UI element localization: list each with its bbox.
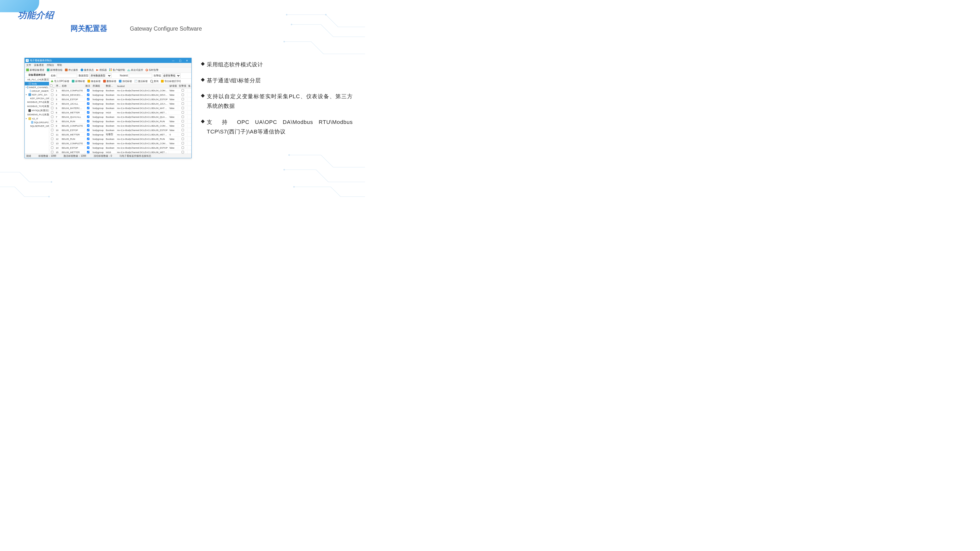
row-alarm-checkbox[interactable]	[181, 138, 184, 140]
col-default[interactable]: 缺省值	[169, 84, 178, 88]
row-select-checkbox[interactable]	[51, 146, 53, 149]
table-row[interactable]: 3 BDL04_ESTOP bodygroup Boolean ns=2;s=B…	[49, 97, 191, 102]
row-active-checkbox[interactable]	[87, 94, 89, 96]
row-alarm-checkbox[interactable]	[181, 89, 184, 92]
row-active-checkbox[interactable]	[87, 111, 89, 114]
row-alarm-checkbox[interactable]	[181, 94, 184, 96]
row-select-checkbox[interactable]	[51, 120, 53, 122]
filter-type-select[interactable]: 所有数据类型	[89, 73, 111, 78]
table-row[interactable]: 9 BDL05_COMPLETE bodygroup Boolean ns=2;…	[49, 124, 191, 128]
tb-import-opc[interactable]: 导入OPC标签	[51, 79, 69, 83]
col-active[interactable]: 激活	[84, 84, 92, 88]
row-select-checkbox[interactable]	[51, 116, 53, 118]
row-alarm-checkbox[interactable]	[181, 116, 184, 118]
tb-simulator[interactable]: 模拟器	[96, 68, 107, 72]
row-active-checkbox[interactable]	[87, 116, 89, 118]
tree-item[interactable]: AB_PLC_CH[未激活]	[25, 78, 49, 82]
row-select-checkbox[interactable]	[51, 124, 53, 127]
row-active-checkbox[interactable]	[87, 151, 89, 153]
col-datatype[interactable]: 数据类型	[105, 84, 116, 88]
row-active-checkbox[interactable]	[87, 98, 89, 100]
tree-item[interactable]: KEP_OPC_DA	[25, 93, 49, 97]
tree-item[interactable]: MYSQL[未激活]	[25, 108, 49, 113]
col-name[interactable]: 名称	[61, 84, 84, 88]
select-all-checkbox[interactable]	[50, 84, 52, 87]
tb-add-device-channel[interactable]: 新增设备通道	[26, 68, 45, 72]
tree-item[interactable]: body	[25, 82, 49, 86]
tb-activate-tag[interactable]: 激活标签	[135, 79, 148, 83]
row-select-checkbox[interactable]	[51, 111, 53, 114]
tb-search-tag[interactable]: 查询	[150, 79, 159, 83]
row-select-checkbox[interactable]	[51, 129, 53, 131]
window-titlebar[interactable]: 7 电子看板服务控制台 — ▢ ✕	[25, 58, 191, 63]
table-row[interactable]: 4 BDL04_JJCALL bodygroup Boolean ns=2;s=…	[49, 102, 191, 106]
tb-edit-tag[interactable]: 修改标签	[88, 79, 101, 83]
row-active-checkbox[interactable]	[87, 146, 89, 149]
row-select-checkbox[interactable]	[51, 107, 53, 109]
menu-device-channel[interactable]: 设备通道	[34, 64, 44, 67]
window-minimize-button[interactable]: —	[170, 58, 177, 63]
filter-nodeid-input[interactable]	[129, 74, 152, 78]
row-alarm-checkbox[interactable]	[181, 107, 184, 109]
row-alarm-checkbox[interactable]	[181, 142, 184, 144]
tb-stop-service[interactable]: 停止服务	[65, 68, 78, 72]
row-alarm-checkbox[interactable]	[181, 151, 184, 153]
table-row[interactable]: 13 BDL06_COMPLETE bodygroup Boolean ns=2…	[49, 141, 191, 146]
col-alarm[interactable]: 告警项	[178, 84, 188, 88]
table-row[interactable]: 11 BDL05_METTER bodygroup 短整型 ns=2;s=Bod…	[49, 132, 191, 137]
row-alarm-checkbox[interactable]	[181, 120, 184, 122]
col-group[interactable]: 所属组	[92, 84, 105, 88]
table-row[interactable]: 14 BDL06_ESTOP bodygroup Boolean ns=2;s=…	[49, 146, 191, 150]
tree-item[interactable]: KEP_OPCDA_GROUP	[25, 97, 49, 100]
tree-item[interactable]: SIEMENS_PLC[未激活]	[25, 113, 49, 117]
tree-item[interactable]: MODBUS_TCP[未激活]	[25, 104, 49, 108]
tree-item[interactable]: SQLGROUP2	[25, 121, 49, 124]
table-row[interactable]: 10 BDL05_ESTOP bodygroup Boolean ns=2;s=…	[49, 128, 191, 132]
menu-file[interactable]: 文件	[26, 64, 31, 67]
row-select-checkbox[interactable]	[51, 142, 53, 144]
row-active-checkbox[interactable]	[87, 142, 89, 144]
menu-help[interactable]: 帮助	[57, 64, 62, 67]
col-remark[interactable]: 备注	[188, 84, 191, 88]
row-select-checkbox[interactable]	[51, 151, 53, 153]
tb-expression-monitor[interactable]: 表达式监控	[127, 68, 143, 72]
row-active-checkbox[interactable]	[87, 133, 89, 136]
row-alarm-checkbox[interactable]	[181, 124, 184, 127]
window-close-button[interactable]: ✕	[183, 58, 190, 63]
table-row[interactable]: 6 BDL04_METTER bodygroup Int16 ns=2;s=Bo…	[49, 110, 191, 115]
row-alarm-checkbox[interactable]	[181, 129, 184, 131]
tb-client-control[interactable]: 客户端控制	[109, 68, 125, 72]
tb-delete-tag[interactable]: 删除标签	[103, 79, 116, 83]
table-row[interactable]: 5 BDL04_MATERCALL bodygroup Boolean ns=2…	[49, 106, 191, 110]
row-alarm-checkbox[interactable]	[181, 98, 184, 100]
row-alarm-checkbox[interactable]	[181, 111, 184, 114]
tb-add-comm-group[interactable]: 新增通信组	[47, 68, 62, 72]
col-nodeid[interactable]: NodeId	[116, 85, 169, 87]
tree-item[interactable]: SQLSERVER_GROUP	[25, 124, 49, 128]
filter-alarm-select[interactable]: 全部告警组	[162, 73, 181, 78]
table-row[interactable]: 1 BDL04_COMPLETE bodygroup Boolean ns=2;…	[49, 88, 191, 93]
tb-add-tag[interactable]: 新增标签	[72, 79, 85, 83]
table-row[interactable]: 7 BDL04_QUACALL bodygroup Boolean ns=2;s…	[49, 115, 191, 119]
table-row[interactable]: 12 BDL05_RUN bodygroup Boolean ns=2;s=Bo…	[49, 137, 191, 141]
tb-realtime-alarm[interactable]: 实时告警	[146, 68, 159, 72]
row-active-checkbox[interactable]	[87, 107, 89, 109]
row-active-checkbox[interactable]	[87, 102, 89, 105]
row-active-checkbox[interactable]	[87, 124, 89, 127]
row-select-checkbox[interactable]	[51, 89, 53, 92]
row-alarm-checkbox[interactable]	[181, 102, 184, 105]
tree-item[interactable]: MODBUS_RTU[未激活]	[25, 100, 49, 104]
row-select-checkbox[interactable]	[51, 98, 53, 100]
col-seq[interactable]: 序号	[55, 84, 61, 88]
row-active-checkbox[interactable]	[87, 120, 89, 122]
row-select-checkbox[interactable]	[51, 138, 53, 140]
tree-item[interactable]: YZ_IT	[25, 117, 49, 121]
row-select-checkbox[interactable]	[51, 102, 53, 105]
row-select-checkbox[interactable]	[51, 94, 53, 96]
table-row[interactable]: 2 BDL04_DEVICECALL bodygroup Boolean ns=…	[49, 93, 191, 97]
row-select-checkbox[interactable]	[51, 133, 53, 136]
tree-item[interactable]: GROUP_INNER	[25, 89, 49, 93]
row-alarm-checkbox[interactable]	[181, 133, 184, 136]
tb-freeze-tag[interactable]: 冻结标签	[119, 79, 132, 83]
filter-name-input[interactable]	[57, 74, 77, 78]
